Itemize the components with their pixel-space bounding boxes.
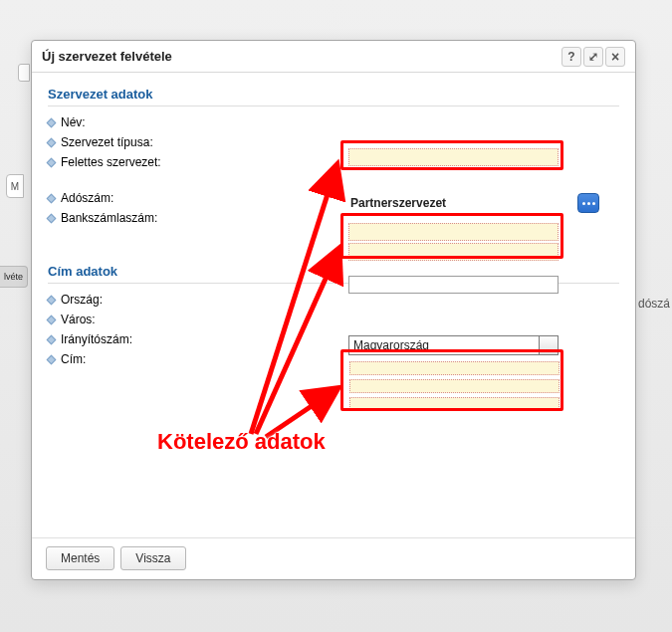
superior-value-row: Partnerszervezet [348, 193, 599, 213]
back-button[interactable]: Vissza [120, 546, 185, 570]
country-value: Magyarország [353, 338, 429, 352]
label-bank: Bankszámlaszám: [61, 211, 310, 225]
label-address: Cím: [61, 352, 310, 366]
background-fragment [18, 64, 30, 82]
superior-value: Partnerszervezet [350, 196, 446, 210]
bullet-icon [47, 354, 57, 364]
name-input[interactable] [348, 148, 559, 166]
row-city: Város: [48, 310, 619, 329]
help-button[interactable]: ? [561, 47, 581, 67]
zip-input[interactable] [349, 379, 560, 393]
address-input[interactable] [349, 397, 560, 411]
bullet-icon [47, 117, 57, 127]
label-tax: Adószám: [61, 191, 310, 205]
bullet-icon [47, 157, 57, 167]
section-title-org: Szervezet adatok [48, 83, 619, 106]
bullet-icon [47, 213, 57, 223]
label-name: Név: [61, 115, 310, 129]
lookup-button[interactable] [577, 193, 599, 213]
dialog-body: Szervezet adatok Név: Szervezet típusa: … [32, 73, 635, 537]
dialog-title: Új szervezet felvétele [42, 49, 561, 64]
label-country: Ország: [61, 293, 310, 307]
expand-button[interactable]: ⤢ [583, 47, 603, 67]
bullet-icon [47, 193, 57, 203]
label-type: Szervezet típusa: [61, 135, 310, 149]
bank-input[interactable] [348, 243, 559, 261]
row-name: Név: [48, 112, 619, 132]
bullet-icon [47, 315, 57, 324]
bank-input-2[interactable] [348, 276, 559, 294]
background-fragment-m: M [6, 174, 24, 198]
close-button[interactable]: × [605, 47, 625, 67]
bullet-icon [47, 137, 57, 147]
city-input[interactable] [349, 361, 560, 375]
dialog-titlebar: Új szervezet felvétele ? ⤢ × [32, 41, 635, 73]
dialog-new-organization: Új szervezet felvétele ? ⤢ × Szervezet a… [31, 40, 636, 580]
chevron-down-icon [545, 343, 553, 348]
bullet-icon [47, 295, 57, 305]
label-superior: Felettes szervezet: [61, 155, 310, 169]
label-zip: Irányítószám: [61, 332, 310, 346]
save-button[interactable]: Mentés [46, 546, 114, 570]
label-city: Város: [61, 313, 310, 326]
background-text: dószá [638, 297, 672, 311]
sidebar-tab[interactable]: lvéte [0, 266, 28, 288]
dialog-footer: Mentés Vissza [32, 537, 635, 579]
tax-input[interactable] [348, 223, 559, 241]
country-select[interactable]: Magyarország [348, 335, 559, 355]
bullet-icon [47, 334, 57, 344]
